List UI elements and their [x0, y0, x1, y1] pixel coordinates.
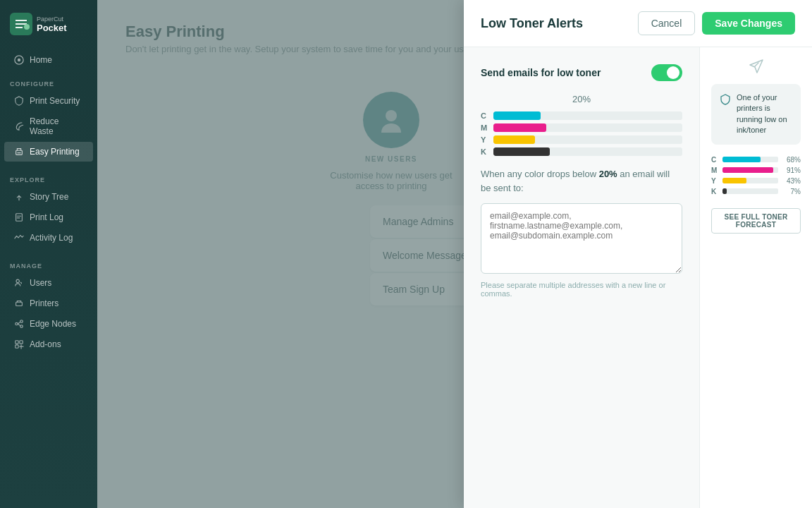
threshold-label: 20%	[481, 94, 682, 104]
color-bar-row: K	[481, 147, 682, 156]
toner-letter: Y	[711, 177, 718, 185]
sidebar-item-print-log[interactable]: Print Log	[4, 207, 93, 227]
logo-line1: PaperCut	[37, 16, 67, 23]
svg-rect-7	[16, 214, 23, 222]
logo-icon	[10, 13, 32, 35]
toner-bar-track	[722, 188, 778, 194]
story-tree-label: Story Tree	[30, 192, 68, 202]
modal-header: Low Toner Alerts Cancel Save Changes	[464, 0, 812, 47]
color-bar-letter: M	[481, 123, 488, 132]
toner-letter: C	[711, 156, 718, 164]
color-bar-row: M	[481, 123, 682, 132]
modal-right-panel: One of your printers is running low on i…	[699, 47, 812, 508]
home-icon	[14, 55, 24, 65]
add-ons-icon	[14, 339, 24, 349]
sidebar-item-reduce-waste[interactable]: Reduce Waste	[4, 111, 93, 141]
edge-nodes-label: Edge Nodes	[30, 319, 76, 329]
color-bar-letter: K	[481, 147, 488, 156]
color-bar-fill	[493, 123, 546, 132]
color-bar-fill	[493, 135, 535, 144]
activity-log-label: Activity Log	[30, 233, 73, 243]
color-bar-fill	[493, 147, 550, 156]
print-icon	[14, 147, 24, 157]
sidebar-item-easy-printing[interactable]: Easy Printing	[4, 142, 93, 162]
app-container: PaperCut Pocket Home CONFIGURE Print Sec…	[0, 0, 812, 508]
sidebar-item-edge-nodes[interactable]: Edge Nodes	[4, 314, 93, 334]
manage-section: MANAGE Users Printers Edge Nodes Add-ons	[0, 253, 97, 359]
sidebar-item-add-ons[interactable]: Add-ons	[4, 334, 93, 354]
configure-label: CONFIGURE	[0, 75, 97, 90]
toner-letter: M	[711, 167, 718, 174]
toggle-label: Send emails for low toner	[481, 67, 601, 78]
sidebar-item-printers[interactable]: Printers	[4, 294, 93, 313]
toner-pct: 91%	[782, 167, 801, 174]
sidebar-item-home[interactable]: Home	[4, 50, 93, 70]
svg-point-8	[16, 279, 19, 282]
svg-rect-14	[20, 341, 23, 344]
toner-bar-track	[722, 178, 778, 183]
toner-preview: C 68% M 91% Y 43% K 7%	[711, 156, 801, 198]
main-area: Easy Printing Don't let printing get in …	[97, 0, 812, 508]
easy-printing-label: Easy Printing	[30, 147, 80, 157]
tree-icon	[14, 192, 24, 202]
color-bar-letter: Y	[481, 135, 488, 144]
toggle-switch[interactable]	[651, 64, 682, 81]
reduce-waste-label: Reduce Waste	[30, 116, 83, 136]
toggle-row: Send emails for low toner	[481, 64, 682, 81]
sidebar-item-print-security[interactable]: Print Security	[4, 91, 93, 111]
notification-card: One of your printers is running low on i…	[711, 84, 801, 145]
notification-text: One of your printers is running low on i…	[737, 92, 792, 136]
toner-bar-fill	[722, 178, 746, 183]
toner-bar-fill	[722, 188, 727, 194]
color-bar-fill	[493, 111, 541, 120]
svg-rect-9	[16, 302, 23, 306]
sidebar: PaperCut Pocket Home CONFIGURE Print Sec…	[0, 0, 97, 508]
modal-body: Send emails for low toner 20% C M	[464, 47, 812, 508]
color-bar-track	[493, 147, 682, 156]
svg-point-3	[18, 59, 20, 61]
info-bold: 20%	[599, 169, 617, 179]
explore-section: EXPLORE Story Tree Print Log Activity Lo…	[0, 167, 97, 253]
shield-icon	[14, 96, 24, 106]
toner-bar-fill	[722, 167, 773, 173]
modal-panel: Low Toner Alerts Cancel Save Changes Sen…	[464, 0, 812, 508]
printers-label: Printers	[30, 298, 59, 308]
edge-nodes-icon	[14, 319, 24, 329]
toner-letter: K	[711, 188, 718, 195]
svg-rect-13	[16, 341, 18, 344]
toner-bar-row: C 68%	[711, 156, 801, 164]
toggle-slider	[651, 64, 682, 81]
activity-icon	[14, 233, 24, 243]
color-bar-track	[493, 135, 682, 144]
svg-point-10	[16, 322, 18, 325]
sidebar-item-story-tree[interactable]: Story Tree	[4, 187, 93, 207]
svg-rect-5	[17, 152, 20, 153]
home-label: Home	[30, 55, 52, 65]
toner-pct: 7%	[782, 188, 801, 195]
email-addresses-input[interactable]	[481, 203, 682, 274]
modal-title: Low Toner Alerts	[481, 16, 583, 31]
sidebar-item-users[interactable]: Users	[4, 273, 93, 293]
toner-pct: 43%	[782, 177, 801, 185]
toner-pct: 68%	[782, 156, 801, 164]
color-bar-letter: C	[481, 111, 488, 120]
toner-bar-track	[722, 167, 778, 173]
svg-point-1	[24, 24, 30, 30]
modal-actions: Cancel Save Changes	[638, 11, 795, 35]
add-ons-label: Add-ons	[30, 339, 61, 349]
configure-section: CONFIGURE Print Security Reduce Waste Ea…	[0, 71, 97, 167]
manage-label: MANAGE	[0, 257, 97, 272]
sidebar-item-activity-log[interactable]: Activity Log	[4, 228, 93, 248]
cancel-button[interactable]: Cancel	[638, 11, 696, 35]
log-icon	[14, 212, 24, 222]
printer-icon	[14, 298, 24, 308]
print-security-label: Print Security	[30, 96, 80, 106]
logo-line2: Pocket	[37, 23, 67, 33]
color-bar-track	[493, 111, 682, 120]
help-text: Please separate multiple addresses with …	[481, 281, 682, 298]
color-bar-row: C	[481, 111, 682, 120]
toner-bar-row: Y 43%	[711, 177, 801, 185]
forecast-button[interactable]: SEE FULL TONER FORECAST	[711, 208, 801, 234]
save-button[interactable]: Save Changes	[702, 12, 795, 35]
paper-plane-icon	[749, 59, 764, 78]
